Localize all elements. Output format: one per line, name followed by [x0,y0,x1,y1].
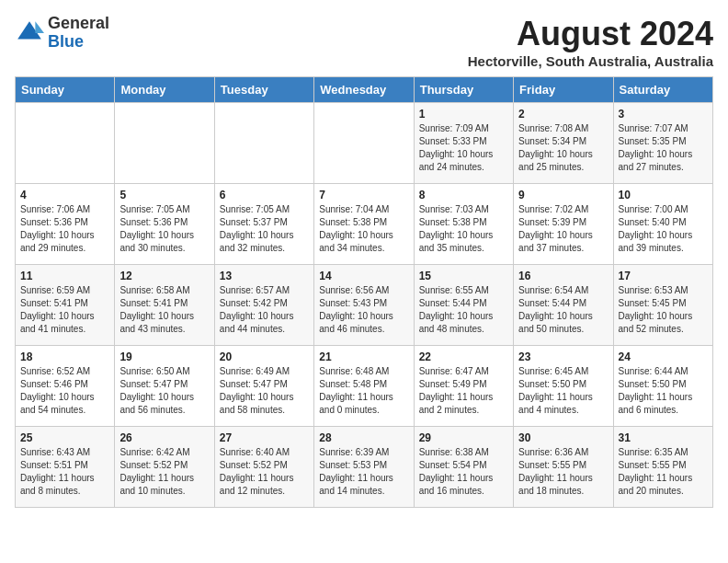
day-number: 17 [619,270,708,282]
day-content: Sunrise: 6:40 AM Sunset: 5:52 PM Dayligh… [220,446,309,498]
calendar-cell: 14Sunrise: 6:56 AM Sunset: 5:43 PM Dayli… [314,265,414,346]
day-content: Sunrise: 7:03 AM Sunset: 5:38 PM Dayligh… [419,203,508,255]
calendar-week-row: 11Sunrise: 6:59 AM Sunset: 5:41 PM Dayli… [16,265,713,346]
day-content: Sunrise: 6:39 AM Sunset: 5:53 PM Dayligh… [319,446,408,498]
day-content: Sunrise: 6:49 AM Sunset: 5:47 PM Dayligh… [220,365,309,417]
day-number: 31 [619,431,708,444]
logo-general: General [48,14,109,32]
day-content: Sunrise: 7:06 AM Sunset: 5:36 PM Dayligh… [20,203,109,255]
day-content: Sunrise: 6:57 AM Sunset: 5:42 PM Dayligh… [220,284,309,336]
header-cell-saturday: Saturday [613,77,712,103]
day-number: 27 [220,431,309,444]
day-content: Sunrise: 6:42 AM Sunset: 5:52 PM Dayligh… [119,446,209,498]
logo-blue: Blue [48,32,84,51]
header-cell-monday: Monday [115,77,214,103]
calendar-cell: 21Sunrise: 6:48 AM Sunset: 5:48 PM Dayli… [314,346,414,427]
calendar-cell: 25Sunrise: 6:43 AM Sunset: 5:51 PM Dayli… [16,427,115,508]
day-content: Sunrise: 6:55 AM Sunset: 5:44 PM Dayligh… [419,284,508,336]
day-content: Sunrise: 7:07 AM Sunset: 5:35 PM Dayligh… [619,122,708,174]
calendar-cell: 13Sunrise: 6:57 AM Sunset: 5:42 PM Dayli… [214,265,313,346]
calendar-cell: 29Sunrise: 6:38 AM Sunset: 5:54 PM Dayli… [414,427,513,508]
day-content: Sunrise: 6:52 AM Sunset: 5:46 PM Dayligh… [20,365,109,417]
calendar-cell: 8Sunrise: 7:03 AM Sunset: 5:38 PM Daylig… [414,184,513,265]
calendar-cell: 17Sunrise: 6:53 AM Sunset: 5:45 PM Dayli… [613,265,712,346]
calendar-cell: 7Sunrise: 7:04 AM Sunset: 5:38 PM Daylig… [314,184,414,265]
logo-icon [15,18,44,48]
calendar-cell: 3Sunrise: 7:07 AM Sunset: 5:35 PM Daylig… [613,103,712,184]
day-content: Sunrise: 6:54 AM Sunset: 5:44 PM Dayligh… [518,284,608,336]
day-number: 2 [518,108,608,121]
header-cell-friday: Friday [514,77,613,103]
calendar-cell: 31Sunrise: 6:35 AM Sunset: 5:55 PM Dayli… [613,427,712,508]
day-number: 25 [20,431,109,444]
day-number: 13 [220,270,309,282]
day-content: Sunrise: 7:09 AM Sunset: 5:33 PM Dayligh… [419,122,508,174]
day-number: 26 [119,431,209,444]
calendar-cell: 9Sunrise: 7:02 AM Sunset: 5:39 PM Daylig… [514,184,613,265]
day-content: Sunrise: 6:45 AM Sunset: 5:50 PM Dayligh… [518,365,608,417]
location: Hectorville, South Australia, Australia [468,53,713,69]
header-cell-sunday: Sunday [16,77,115,103]
month-year: August 2024 [468,15,713,53]
day-content: Sunrise: 6:44 AM Sunset: 5:50 PM Dayligh… [619,365,708,417]
day-number: 6 [220,189,309,201]
day-content: Sunrise: 6:59 AM Sunset: 5:41 PM Dayligh… [20,284,109,336]
header-cell-tuesday: Tuesday [214,77,313,103]
header-cell-wednesday: Wednesday [314,77,414,103]
calendar-cell: 22Sunrise: 6:47 AM Sunset: 5:49 PM Dayli… [414,346,513,427]
calendar-week-row: 18Sunrise: 6:52 AM Sunset: 5:46 PM Dayli… [16,346,713,427]
calendar-table: SundayMondayTuesdayWednesdayThursdayFrid… [15,76,713,508]
day-number: 11 [20,270,109,282]
day-content: Sunrise: 7:08 AM Sunset: 5:34 PM Dayligh… [518,122,608,174]
day-number: 12 [119,270,209,282]
day-number: 30 [518,431,608,444]
calendar-cell [214,103,313,184]
calendar-cell: 24Sunrise: 6:44 AM Sunset: 5:50 PM Dayli… [613,346,712,427]
calendar-cell: 26Sunrise: 6:42 AM Sunset: 5:52 PM Dayli… [115,427,214,508]
calendar-week-row: 1Sunrise: 7:09 AM Sunset: 5:33 PM Daylig… [16,103,713,184]
day-number: 5 [119,189,209,201]
calendar-cell: 15Sunrise: 6:55 AM Sunset: 5:44 PM Dayli… [414,265,513,346]
day-number: 21 [319,350,408,363]
calendar-cell [115,103,214,184]
day-number: 14 [319,270,408,282]
calendar-cell: 27Sunrise: 6:40 AM Sunset: 5:52 PM Dayli… [214,427,313,508]
day-content: Sunrise: 7:02 AM Sunset: 5:39 PM Dayligh… [518,203,608,255]
day-number: 15 [419,270,508,282]
day-number: 9 [518,189,608,201]
day-content: Sunrise: 6:38 AM Sunset: 5:54 PM Dayligh… [419,446,508,498]
day-content: Sunrise: 6:36 AM Sunset: 5:55 PM Dayligh… [518,446,608,498]
calendar-cell: 1Sunrise: 7:09 AM Sunset: 5:33 PM Daylig… [414,103,513,184]
day-number: 3 [619,108,708,121]
calendar-cell: 23Sunrise: 6:45 AM Sunset: 5:50 PM Dayli… [514,346,613,427]
day-number: 16 [518,270,608,282]
page-header: General Blue August 2024 Hectorville, So… [15,15,713,69]
calendar-cell: 16Sunrise: 6:54 AM Sunset: 5:44 PM Dayli… [514,265,613,346]
day-content: Sunrise: 7:05 AM Sunset: 5:37 PM Dayligh… [220,203,309,255]
calendar-cell: 5Sunrise: 7:05 AM Sunset: 5:36 PM Daylig… [115,184,214,265]
day-content: Sunrise: 6:35 AM Sunset: 5:55 PM Dayligh… [619,446,708,498]
day-content: Sunrise: 6:47 AM Sunset: 5:49 PM Dayligh… [419,365,508,417]
day-number: 10 [619,189,708,201]
header-row: SundayMondayTuesdayWednesdayThursdayFrid… [16,77,713,103]
day-content: Sunrise: 6:50 AM Sunset: 5:47 PM Dayligh… [119,365,209,417]
day-content: Sunrise: 6:56 AM Sunset: 5:43 PM Dayligh… [319,284,408,336]
day-number: 23 [518,350,608,363]
day-number: 28 [319,431,408,444]
logo: General Blue [15,15,109,52]
day-content: Sunrise: 6:58 AM Sunset: 5:41 PM Dayligh… [119,284,209,336]
day-number: 7 [319,189,408,201]
day-number: 29 [419,431,508,444]
calendar-cell: 6Sunrise: 7:05 AM Sunset: 5:37 PM Daylig… [214,184,313,265]
day-content: Sunrise: 7:04 AM Sunset: 5:38 PM Dayligh… [319,203,408,255]
day-number: 24 [619,350,708,363]
day-content: Sunrise: 7:00 AM Sunset: 5:40 PM Dayligh… [619,203,708,255]
calendar-cell [314,103,414,184]
day-number: 19 [119,350,209,363]
day-content: Sunrise: 6:53 AM Sunset: 5:45 PM Dayligh… [619,284,708,336]
calendar-cell: 12Sunrise: 6:58 AM Sunset: 5:41 PM Dayli… [115,265,214,346]
header-cell-thursday: Thursday [414,77,513,103]
calendar-week-row: 25Sunrise: 6:43 AM Sunset: 5:51 PM Dayli… [16,427,713,508]
title-block: August 2024 Hectorville, South Australia… [468,15,713,69]
day-content: Sunrise: 7:05 AM Sunset: 5:36 PM Dayligh… [119,203,209,255]
